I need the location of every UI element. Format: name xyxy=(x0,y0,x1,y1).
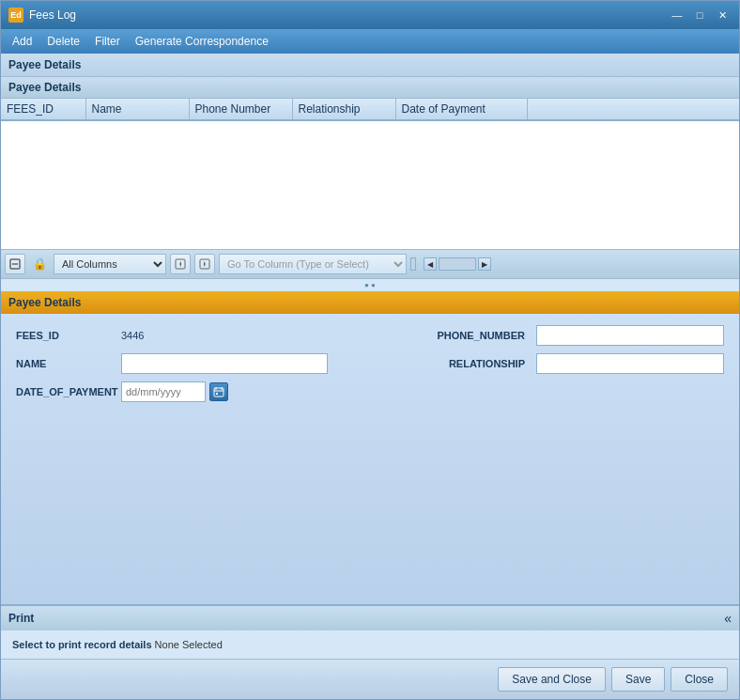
phone-input[interactable] xyxy=(536,325,724,346)
form-row-2: NAME RELATIONSHIP xyxy=(16,353,724,374)
nav-prev-button[interactable] xyxy=(170,254,191,274)
window-close-button[interactable]: ✕ xyxy=(713,7,732,23)
title-controls: — □ ✕ xyxy=(668,7,732,23)
footer: Save and Close Save Close xyxy=(1,659,739,699)
app-icon: Ed xyxy=(8,8,23,23)
menu-bar: Add Delete Filter Generate Correspondenc… xyxy=(1,29,739,54)
relationship-field-group: RELATIONSHIP xyxy=(422,353,724,374)
print-body-text: Select to print record details None Sele… xyxy=(12,639,223,650)
minimize-button[interactable]: — xyxy=(668,7,686,23)
save-button[interactable]: Save xyxy=(611,667,665,692)
print-collapse-button[interactable]: « xyxy=(724,611,732,626)
col-name: Name xyxy=(85,99,189,120)
col-relationship: Relationship xyxy=(292,99,395,120)
relationship-label: RELATIONSHIP xyxy=(422,358,525,369)
grid-section-header: Payee Details xyxy=(1,77,739,99)
table-header: FEES_ID Name Phone Number Relationship D… xyxy=(1,99,739,120)
data-table: FEES_ID Name Phone Number Relationship D… xyxy=(1,99,739,121)
print-body: Select to print record details None Sele… xyxy=(1,630,739,659)
export-button[interactable] xyxy=(5,254,25,274)
menu-add[interactable]: Add xyxy=(5,32,39,51)
grid-body[interactable]: FEES_ID Name Phone Number Relationship D… xyxy=(1,99,739,249)
menu-filter[interactable]: Filter xyxy=(87,32,128,51)
print-header-label: Print xyxy=(8,612,34,625)
form-section-header: Payee Details xyxy=(1,291,739,314)
date-input-wrapper xyxy=(121,381,228,402)
fees-id-value: 3446 xyxy=(121,330,144,341)
columns-select[interactable]: All Columns xyxy=(54,254,166,274)
grid-section: Payee Details FEES_ID Name Phone Number … xyxy=(1,77,739,249)
print-header: Print « xyxy=(1,606,739,630)
fees-id-label: FEES_ID xyxy=(16,330,110,341)
form-section: Payee Details FEES_ID 3446 PHONE_NUMBER … xyxy=(1,291,739,604)
date-label: DATE_OF_PAYMENT xyxy=(16,386,110,397)
divider: ● ● xyxy=(1,279,739,291)
close-button[interactable]: Close xyxy=(671,667,728,692)
main-content: Payee Details Payee Details FEES_ID Name… xyxy=(1,54,739,699)
relationship-input[interactable] xyxy=(536,353,724,374)
form-row-1: FEES_ID 3446 PHONE_NUMBER xyxy=(16,325,724,346)
svg-marker-5 xyxy=(204,261,206,267)
main-window: Ed Fees Log — □ ✕ Add Delete Filter Gene… xyxy=(0,0,740,700)
title-bar: Ed Fees Log — □ ✕ xyxy=(1,1,739,29)
name-label: NAME xyxy=(16,358,110,369)
col-phone: Phone Number xyxy=(189,99,292,120)
col-spacer xyxy=(527,99,739,120)
lock-icon: 🔒 xyxy=(29,254,50,274)
splitter-handle[interactable] xyxy=(410,257,416,271)
window-title: Fees Log xyxy=(29,8,668,22)
scroll-right-arrow[interactable]: ▶ xyxy=(478,257,491,271)
date-input[interactable] xyxy=(121,381,206,402)
save-close-button[interactable]: Save and Close xyxy=(498,667,606,692)
phone-label: PHONE_NUMBER xyxy=(422,330,525,341)
form-row-3: DATE_OF_PAYMENT xyxy=(16,381,724,402)
menu-generate-correspondence[interactable]: Generate Correspondence xyxy=(128,32,276,51)
col-date: Date of Payment xyxy=(395,99,527,120)
form-body: FEES_ID 3446 PHONE_NUMBER NAME RELATIONS… xyxy=(1,314,739,604)
name-input[interactable] xyxy=(121,353,328,374)
nav-next-button[interactable] xyxy=(194,254,215,274)
menu-delete[interactable]: Delete xyxy=(39,32,87,51)
svg-marker-3 xyxy=(179,261,181,267)
scroll-track[interactable] xyxy=(439,257,476,271)
horizontal-scrollbar[interactable]: ◀ ▶ xyxy=(424,257,491,271)
scroll-left-arrow[interactable]: ◀ xyxy=(424,257,437,271)
outer-payee-header: Payee Details xyxy=(1,54,739,77)
grid-toolbar: 🔒 All Columns Go To Column (Type or Sele… xyxy=(1,249,739,279)
print-section: Print « Select to print record details N… xyxy=(1,604,739,659)
maximize-button[interactable]: □ xyxy=(690,7,709,23)
col-fees-id: FEES_ID xyxy=(1,99,85,120)
calendar-button[interactable] xyxy=(209,382,228,401)
goto-column-select[interactable]: Go To Column (Type or Select) xyxy=(219,254,407,274)
phone-field-group: PHONE_NUMBER xyxy=(422,325,724,346)
svg-rect-10 xyxy=(216,393,218,395)
